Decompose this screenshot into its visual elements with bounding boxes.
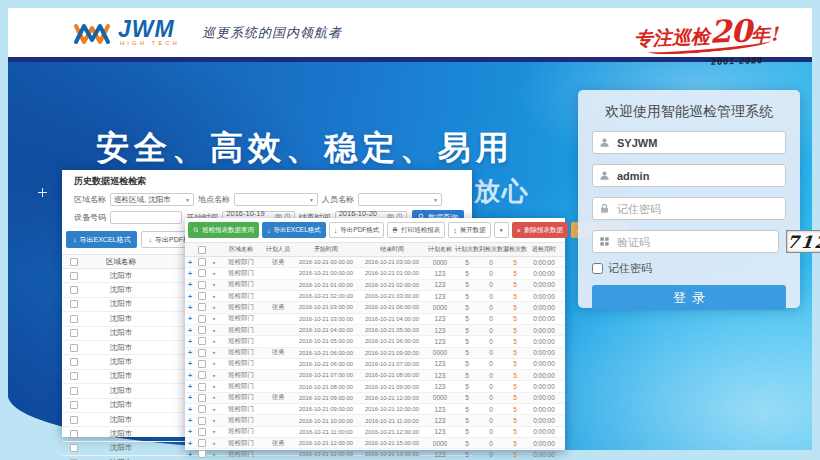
site-select[interactable]: ▼ bbox=[234, 193, 318, 206]
region-cell: 沈阳市 bbox=[86, 357, 156, 367]
expand-row-icon[interactable]: + bbox=[185, 383, 195, 390]
expand-caret-button[interactable]: ▼ bbox=[494, 222, 509, 238]
expand-row-icon[interactable]: + bbox=[185, 293, 195, 300]
expand-row-icon[interactable]: + bbox=[185, 394, 195, 401]
row-checkbox[interactable] bbox=[70, 300, 78, 308]
captcha-input[interactable] bbox=[615, 235, 772, 249]
print-report-button[interactable]: 打印巡检报表 bbox=[387, 222, 445, 238]
row-checkbox[interactable] bbox=[198, 417, 206, 425]
row-checkbox[interactable] bbox=[70, 401, 78, 409]
plan-count-cell: 5 bbox=[455, 451, 479, 458]
table-row: + ● 巡检部门 2016-10-21 09:00:00 2016-10-21 … bbox=[185, 404, 565, 415]
row-checkbox[interactable] bbox=[70, 329, 78, 337]
status-dot-icon: ● bbox=[209, 328, 219, 333]
region-cell: 巡检部门 bbox=[219, 314, 263, 323]
row-checkbox[interactable] bbox=[198, 269, 206, 277]
row-checkbox[interactable] bbox=[198, 281, 206, 289]
row-checkbox[interactable] bbox=[198, 315, 206, 323]
row-checkbox[interactable] bbox=[198, 258, 206, 266]
captcha-image[interactable]: 7121 bbox=[786, 230, 820, 253]
select-all-checkbox[interactable] bbox=[198, 246, 206, 254]
device-input[interactable] bbox=[110, 211, 182, 224]
export-pdf-button[interactable]: ↓ 导出PDF格式 bbox=[329, 222, 385, 238]
expand-row-icon[interactable]: + bbox=[185, 270, 195, 277]
export-excel-button[interactable]: ↓ 导出EXCEL格式 bbox=[262, 222, 326, 238]
row-checkbox[interactable] bbox=[70, 444, 78, 452]
table-row: + ● 巡检部门 2016-10-21 12:00:00 2016-10-21 … bbox=[185, 449, 565, 460]
expand-row-icon[interactable]: + bbox=[185, 440, 195, 447]
end-time-cell: 2016-10-21 05:00:00 bbox=[359, 327, 425, 333]
report-query-button[interactable]: 巡检报表数据查询 bbox=[188, 222, 259, 238]
export-excel-button[interactable]: ↓ 导出EXCEL格式 bbox=[66, 231, 137, 248]
captcha-field-wrap bbox=[592, 230, 779, 253]
expand-row-icon[interactable]: + bbox=[185, 349, 195, 356]
duration-cell: 0:00:00 bbox=[527, 372, 561, 379]
remember-checkbox[interactable] bbox=[592, 263, 603, 274]
missed-count-cell: 5 bbox=[503, 349, 527, 356]
row-checkbox[interactable] bbox=[198, 349, 206, 357]
column-header: 计划人员 bbox=[263, 245, 293, 254]
status-dot-icon: ● bbox=[209, 441, 219, 446]
expand-row-icon[interactable]: + bbox=[185, 281, 195, 288]
missed-count-cell: 5 bbox=[503, 281, 527, 288]
row-checkbox[interactable] bbox=[198, 303, 206, 311]
expand-row-icon[interactable]: + bbox=[185, 372, 195, 379]
region-select[interactable]: 巡检区域, 沈阳市 ▼ bbox=[110, 193, 194, 206]
expand-row-icon[interactable]: + bbox=[185, 451, 195, 458]
row-checkbox[interactable] bbox=[198, 428, 206, 436]
region-cell: 巡检部门 bbox=[219, 326, 263, 335]
row-checkbox[interactable] bbox=[198, 450, 206, 458]
row-checkbox[interactable] bbox=[70, 372, 78, 380]
plan-count-cell: 5 bbox=[455, 440, 479, 447]
expand-row-icon[interactable]: + bbox=[185, 338, 195, 345]
row-checkbox[interactable] bbox=[198, 360, 206, 368]
row-checkbox[interactable] bbox=[198, 439, 206, 447]
logo[interactable]: JWM HIGH TECH bbox=[72, 19, 180, 47]
person-select[interactable]: ▼ bbox=[358, 193, 442, 206]
row-checkbox[interactable] bbox=[198, 326, 206, 334]
plan-name-cell: 123 bbox=[425, 360, 455, 367]
expand-row-icon[interactable]: + bbox=[185, 259, 195, 266]
row-checkbox[interactable] bbox=[198, 292, 206, 300]
expand-data-button[interactable]: ↕ 展开数据 bbox=[448, 222, 491, 238]
table-row: + ● 巡检部门 2016-10-21 03:00:00 2016-10-21 … bbox=[185, 314, 565, 325]
row-checkbox[interactable] bbox=[70, 286, 78, 294]
row-checkbox[interactable] bbox=[198, 383, 206, 391]
row-checkbox[interactable] bbox=[198, 394, 206, 402]
start-time-cell: 2016-10-21 12:00:00 bbox=[293, 451, 359, 457]
row-checkbox[interactable] bbox=[70, 315, 78, 323]
expand-row-icon[interactable]: + bbox=[185, 428, 195, 435]
missed-count-cell: 5 bbox=[503, 428, 527, 435]
row-checkbox[interactable] bbox=[70, 344, 78, 352]
expand-row-icon[interactable]: + bbox=[185, 406, 195, 413]
row-checkbox[interactable] bbox=[198, 405, 206, 413]
expand-row-icon[interactable]: + bbox=[185, 315, 195, 322]
duration-cell: 0:00:00 bbox=[527, 417, 561, 424]
row-checkbox[interactable] bbox=[70, 272, 78, 280]
select-all-checkbox[interactable] bbox=[70, 258, 78, 266]
expand-icon: ↕ bbox=[453, 227, 457, 234]
row-checkbox[interactable] bbox=[70, 416, 78, 424]
start-time-cell: 2016-10-21 06:00:00 bbox=[293, 350, 359, 356]
missed-count-cell: 5 bbox=[503, 383, 527, 390]
expand-row-icon[interactable]: + bbox=[185, 327, 195, 334]
username-input[interactable] bbox=[615, 169, 779, 183]
row-checkbox[interactable] bbox=[70, 358, 78, 366]
row-checkbox[interactable] bbox=[198, 337, 206, 345]
row-checkbox[interactable] bbox=[198, 371, 206, 379]
row-checkbox[interactable] bbox=[70, 430, 78, 438]
expand-row-icon[interactable]: + bbox=[185, 304, 195, 311]
row-checkbox[interactable] bbox=[70, 387, 78, 395]
end-time-cell: 2016-10-21 07:00:00 bbox=[359, 361, 425, 367]
expand-row-icon[interactable]: + bbox=[185, 360, 195, 367]
expand-row-icon[interactable]: + bbox=[185, 417, 195, 424]
company-input[interactable] bbox=[615, 136, 779, 150]
printer-icon bbox=[392, 227, 398, 234]
login-button[interactable]: 登录 bbox=[592, 285, 786, 310]
plan-count-cell: 5 bbox=[455, 372, 479, 379]
password-input[interactable] bbox=[615, 202, 779, 216]
table-row: + ● 巡检部门 2016-10-21 10:00:00 2016-10-21 … bbox=[185, 415, 565, 426]
checked-count-cell: 0 bbox=[479, 451, 503, 458]
duration-cell: 0:00:00 bbox=[527, 315, 561, 322]
delete-report-button[interactable]: × 删除报表数据 bbox=[512, 222, 568, 238]
